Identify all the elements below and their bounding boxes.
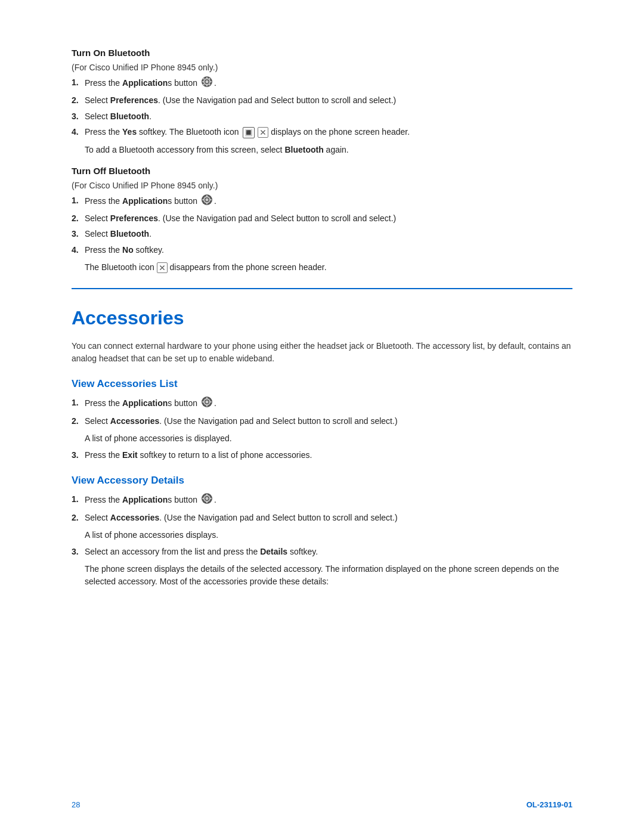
step-num: 2. bbox=[72, 511, 85, 524]
svg-rect-14 bbox=[206, 195, 208, 197]
val-step-2: 2. Select Accessories. (Use the Navigati… bbox=[72, 414, 572, 428]
bold-text: Application bbox=[122, 495, 168, 504]
step-4-off-note: The Bluetooth icon disappears from the p… bbox=[85, 261, 572, 274]
bold-text: Application bbox=[122, 78, 168, 88]
gear-icon bbox=[201, 396, 213, 411]
step-num: 1. bbox=[72, 493, 85, 506]
step-num: 3. bbox=[72, 227, 85, 240]
page-number: 28 bbox=[72, 800, 80, 809]
svg-rect-16 bbox=[202, 199, 204, 200]
gear-icon bbox=[201, 493, 213, 508]
svg-rect-15 bbox=[206, 203, 208, 205]
step-4-on: 4. Press the Yes softkey. The Bluetooth … bbox=[72, 125, 572, 138]
page-footer: 28 OL-23119-01 bbox=[72, 800, 572, 809]
svg-point-2 bbox=[205, 80, 208, 83]
turn-on-bluetooth-heading: Turn On Bluetooth bbox=[72, 48, 572, 58]
view-accessories-list-steps-cont: 3. Press the Exit softkey to return to a… bbox=[72, 448, 572, 462]
step-content: Press the Applications button . bbox=[85, 493, 572, 508]
bold-text: Yes bbox=[122, 127, 137, 137]
view-accessories-list-steps: 1. Press the Applications button bbox=[72, 396, 572, 428]
step-content: Press the Exit softkey to return to a li… bbox=[85, 448, 572, 462]
step-2-off: 2. Select Preferences. (Use the Navigati… bbox=[72, 212, 572, 225]
step-content: Press the Yes softkey. The Bluetooth ico… bbox=[85, 125, 572, 138]
bold-text: Preferences bbox=[110, 95, 158, 105]
step-num: 1. bbox=[72, 194, 85, 207]
bold-text: Accessories bbox=[110, 416, 160, 426]
svg-rect-5 bbox=[202, 81, 204, 82]
accessories-intro: You can connect external hardware to you… bbox=[72, 340, 572, 365]
vad-step-2-note: A list of phone accessories displays. bbox=[85, 529, 572, 541]
bold-text: Details bbox=[260, 547, 287, 556]
step-num: 1. bbox=[72, 396, 85, 409]
bold-text: Exit bbox=[122, 450, 138, 460]
svg-rect-23 bbox=[202, 401, 204, 402]
step-num: 4. bbox=[72, 243, 85, 256]
svg-rect-22 bbox=[206, 405, 208, 407]
turn-on-bluetooth-section: Turn On Bluetooth (For Cisco Unified IP … bbox=[72, 48, 572, 156]
turn-off-bluetooth-heading: Turn Off Bluetooth bbox=[72, 166, 572, 176]
bluetooth-icon: 🔳 bbox=[243, 127, 255, 139]
gear-icon bbox=[201, 76, 213, 91]
step-content: Press the No softkey. bbox=[85, 243, 572, 256]
bt-icon-inline bbox=[258, 127, 271, 137]
view-accessory-details-steps: 1. Press the Applications button bbox=[72, 493, 572, 524]
step-content: Select Bluetooth. bbox=[85, 110, 572, 123]
turn-on-bluetooth-subtitle: (For Cisco Unified IP Phone 8945 only.) bbox=[72, 63, 572, 72]
turn-on-bluetooth-steps: 1. Press the Applications button bbox=[72, 76, 572, 139]
step-num: 2. bbox=[72, 212, 85, 225]
svg-rect-3 bbox=[206, 77, 208, 79]
step-content: Select Accessories. (Use the Navigation … bbox=[85, 414, 572, 428]
svg-rect-4 bbox=[206, 85, 208, 86]
step-3-off: 3. Select Bluetooth. bbox=[72, 227, 572, 240]
step-1-on: 1. Press the Applications button bbox=[72, 76, 572, 91]
step-1-off: 1. Press the Applications button bbox=[72, 194, 572, 209]
vad-step-3: 3. Select an accessory from the list and… bbox=[72, 545, 572, 558]
step-content: Select Accessories. (Use the Navigation … bbox=[85, 511, 572, 524]
view-accessory-details-steps-cont: 3. Select an accessory from the list and… bbox=[72, 545, 572, 558]
step-num: 3. bbox=[72, 545, 85, 558]
step-num: 2. bbox=[72, 94, 85, 107]
turn-off-bluetooth-steps: 1. Press the Applications button bbox=[72, 194, 572, 257]
vad-step-2: 2. Select Accessories. (Use the Navigati… bbox=[72, 511, 572, 524]
turn-off-bluetooth-section: Turn Off Bluetooth (For Cisco Unified IP… bbox=[72, 166, 572, 274]
bold-bluetooth: Bluetooth bbox=[284, 145, 323, 154]
svg-rect-30 bbox=[202, 498, 204, 499]
svg-point-27 bbox=[205, 497, 208, 500]
section-divider bbox=[72, 288, 572, 289]
step-num: 1. bbox=[72, 76, 85, 89]
svg-rect-29 bbox=[206, 501, 208, 503]
svg-point-20 bbox=[205, 401, 208, 404]
step-4-on-note: To add a Bluetooth accessory from this s… bbox=[85, 144, 572, 156]
step-3-on: 3. Select Bluetooth. bbox=[72, 110, 572, 123]
svg-point-13 bbox=[205, 198, 208, 201]
svg-rect-28 bbox=[206, 494, 208, 496]
step-4-off: 4. Press the No softkey. bbox=[72, 243, 572, 256]
view-accessories-list-heading: View Accessories List bbox=[72, 378, 572, 390]
turn-off-bluetooth-subtitle: (For Cisco Unified IP Phone 8945 only.) bbox=[72, 181, 572, 190]
svg-rect-24 bbox=[210, 401, 212, 402]
vad-step-1: 1. Press the Applications button bbox=[72, 493, 572, 508]
step-2-on: 2. Select Preferences. (Use the Navigati… bbox=[72, 94, 572, 107]
bold-text: Application bbox=[122, 398, 168, 408]
bold-text: Accessories bbox=[110, 513, 160, 522]
step-content: Select Preferences. (Use the Navigation … bbox=[85, 94, 572, 107]
gear-icon bbox=[201, 194, 213, 209]
step-content: Press the Applications button . bbox=[85, 194, 572, 209]
svg-rect-6 bbox=[210, 81, 212, 82]
val-step-1: 1. Press the Applications button bbox=[72, 396, 572, 411]
bold-text: Application bbox=[122, 196, 168, 205]
accessories-heading: Accessories bbox=[72, 307, 572, 329]
bold-text: Bluetooth bbox=[110, 229, 149, 239]
bold-text: No bbox=[122, 245, 134, 255]
vad-step-3-note: The phone screen displays the details of… bbox=[85, 563, 572, 588]
step-content: Select Bluetooth. bbox=[85, 227, 572, 240]
step-content: Press the Applications button bbox=[85, 76, 572, 91]
svg-rect-17 bbox=[210, 199, 212, 200]
step-content: Select Preferences. (Use the Navigation … bbox=[85, 212, 572, 225]
page-content: Turn On Bluetooth (For Cisco Unified IP … bbox=[0, 0, 644, 633]
val-step-2-note: A list of phone accessories is displayed… bbox=[85, 432, 572, 445]
svg-rect-21 bbox=[206, 397, 208, 399]
step-num: 3. bbox=[72, 448, 85, 462]
step-num: 4. bbox=[72, 125, 85, 138]
bold-text: Preferences bbox=[110, 213, 158, 223]
